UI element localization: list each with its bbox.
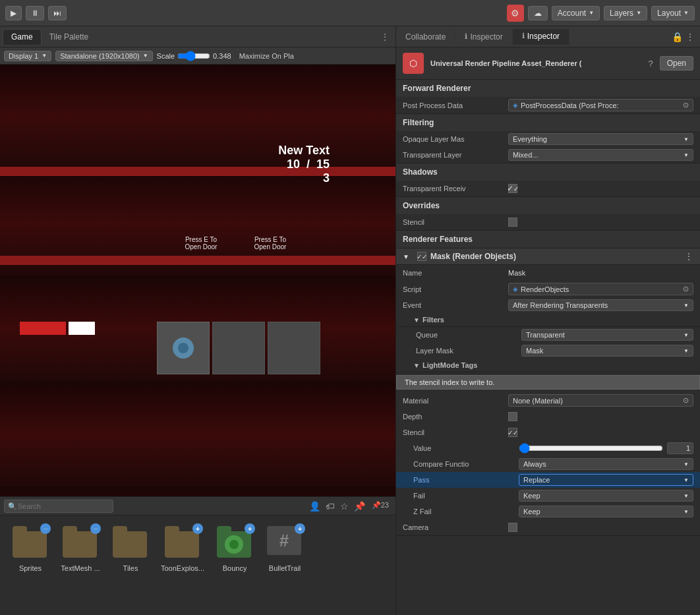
layer-mask-dropdown[interactable]: Mask xyxy=(521,345,693,357)
scale-slider[interactable] xyxy=(177,51,210,61)
mask-event-dropdown[interactable]: After Rendering Transparents xyxy=(508,299,693,311)
post-process-ref[interactable]: ◈ PostProcessData (Post Proce: ⊙ xyxy=(508,99,693,111)
open-button[interactable]: Open xyxy=(660,56,693,71)
list-item[interactable]: # + BulletTrail xyxy=(265,523,305,572)
tile-box-1 xyxy=(157,322,210,374)
filters-label: Filters xyxy=(423,316,444,324)
pin-icon-btn[interactable]: 📌 xyxy=(353,500,366,513)
transparent-layer-row: Transparent Layer Mixed... xyxy=(396,147,700,163)
cloud-button[interactable]: ☁ xyxy=(528,6,548,20)
mask-script-label: Script xyxy=(403,285,508,293)
queue-dropdown[interactable]: Transparent xyxy=(521,329,693,341)
camera-checkbox[interactable] xyxy=(508,523,517,532)
renderer-features-header: Renderer Features xyxy=(396,231,700,249)
opaque-layer-label: Opaque Layer Mas xyxy=(403,135,508,143)
list-item[interactable]: Tiles xyxy=(111,523,150,572)
transparent-recv-value: ✓ xyxy=(508,184,693,193)
info-icon-1: ℹ xyxy=(465,32,467,41)
lock-button[interactable]: 🔒 xyxy=(672,32,683,42)
scale-value: 0.348 xyxy=(213,52,231,60)
pass-dropdown[interactable]: Replace xyxy=(519,474,693,486)
star-icon-btn[interactable]: ☆ xyxy=(339,500,350,513)
fail-dropdown[interactable]: Keep xyxy=(519,490,693,502)
inspector-menu[interactable]: ⋮ xyxy=(685,32,695,42)
red-band-1 xyxy=(0,167,395,176)
pause-button[interactable]: ⏸ xyxy=(26,6,44,20)
dots-badge: ··· xyxy=(40,523,51,534)
value-slider[interactable] xyxy=(519,443,663,454)
person-icon-btn[interactable]: 👤 xyxy=(308,500,322,513)
list-item[interactable]: ··· TextMesh ... xyxy=(61,523,100,572)
display-dropdown[interactable]: Display 1 xyxy=(4,51,51,61)
depth-checkbox[interactable] xyxy=(508,412,517,421)
mask-event-label: Event xyxy=(403,301,508,309)
collab-icon[interactable]: ⚙ xyxy=(507,5,524,22)
info-icon-2: ℹ xyxy=(522,32,525,40)
camera-value xyxy=(508,523,693,532)
red-band-2 xyxy=(0,256,395,265)
fail-row: Fail Keep xyxy=(396,488,700,504)
mask-event-dropdown-value: After Rendering Transparents xyxy=(513,301,608,309)
resolution-dropdown[interactable]: Standalone (1920x1080) xyxy=(55,51,152,61)
tab-inspector-2[interactable]: ℹ Inspector xyxy=(513,29,569,45)
tab-game[interactable]: Game xyxy=(3,29,42,45)
pass-value: Replace xyxy=(519,474,693,486)
rf-menu-icon[interactable]: ⋮ xyxy=(684,251,693,262)
target-icon[interactable]: ⊙ xyxy=(683,101,689,109)
compare-func-row: Compare Functio Always xyxy=(396,456,700,472)
maximize-btn[interactable]: Maximize On Pla xyxy=(235,51,298,61)
material-ref-text: None (Material) xyxy=(513,397,563,405)
compare-func-dropdown[interactable]: Always xyxy=(519,458,693,470)
layer-mask-dropdown-value: Mask xyxy=(526,347,543,355)
tag-icon-btn[interactable]: 🏷 xyxy=(324,500,336,513)
shadows-header: Shadows xyxy=(396,163,700,181)
queue-value: Transparent xyxy=(521,329,693,341)
script-target-icon[interactable]: ⊙ xyxy=(683,285,689,293)
opaque-layer-dropdown[interactable]: Everything xyxy=(508,133,693,145)
z-fail-dropdown[interactable]: Keep xyxy=(519,506,693,517)
new-text: New Text xyxy=(278,144,330,158)
tab-menu[interactable]: ⋮ xyxy=(377,32,393,42)
tab-tile-palette[interactable]: Tile Palette xyxy=(42,30,97,44)
lightmode-collapse-arrow[interactable]: ▼ xyxy=(413,362,420,369)
transparent-recv-checkbox[interactable]: ✓ xyxy=(508,184,517,193)
list-item[interactable]: + Bouncy xyxy=(215,523,254,572)
scale-label: Scale xyxy=(157,52,175,60)
value-input[interactable] xyxy=(667,442,693,454)
bg-stripes xyxy=(0,65,395,496)
list-item[interactable]: ··· Sprites xyxy=(11,523,50,572)
search-input[interactable] xyxy=(4,500,113,513)
depth-label: Depth xyxy=(403,413,508,421)
list-item[interactable]: + ToonExplos... xyxy=(161,523,204,572)
game-toolbar: Display 1 Standalone (1920x1080) Scale 0… xyxy=(0,47,395,65)
depth-value xyxy=(508,412,693,421)
material-target-icon[interactable]: ⊙ xyxy=(683,396,689,405)
step-button[interactable]: ⏭ xyxy=(48,6,67,20)
layout-dropdown[interactable]: Layout xyxy=(651,6,695,20)
transparent-layer-dropdown[interactable]: Mixed... xyxy=(508,149,693,161)
renderer-features-label: Renderer Features xyxy=(403,235,473,244)
layers-dropdown[interactable]: Layers xyxy=(604,6,647,20)
transparent-layer-dropdown-value: Mixed... xyxy=(513,151,539,159)
tab-collaborate[interactable]: Collaborate xyxy=(396,30,455,44)
transparent-recv-row: Transparent Receiv ✓ xyxy=(396,181,700,196)
asset-icon: ⬡ xyxy=(403,53,424,74)
account-dropdown[interactable]: Account xyxy=(552,6,600,20)
shadows-section: Shadows Transparent Receiv ✓ xyxy=(396,163,700,197)
fail-label: Fail xyxy=(413,492,519,500)
material-ref[interactable]: None (Material) ⊙ xyxy=(508,394,693,407)
mask-enabled-checkbox[interactable]: ✓ xyxy=(417,252,426,261)
collapse-arrow[interactable]: ▼ xyxy=(403,253,409,260)
white-bar xyxy=(69,322,95,335)
mask-script-text: RenderObjects xyxy=(521,285,569,293)
project-icons: 👤 🏷 ☆ 📌 📌23 xyxy=(308,500,392,513)
overrides-stencil-checkbox[interactable] xyxy=(508,218,517,227)
overrides-header: Overrides xyxy=(396,197,700,214)
filters-collapse-arrow[interactable]: ▼ xyxy=(413,316,420,324)
stencil-checkbox[interactable]: ✓ xyxy=(508,428,517,437)
play-button[interactable]: ▶ xyxy=(5,6,22,20)
tab-inspector-1[interactable]: ℹ Inspector xyxy=(455,30,512,44)
tile-boxes xyxy=(157,322,320,374)
mask-script-ref[interactable]: ◈ RenderObjects ⊙ xyxy=(508,283,693,295)
help-icon[interactable]: ? xyxy=(648,59,653,69)
